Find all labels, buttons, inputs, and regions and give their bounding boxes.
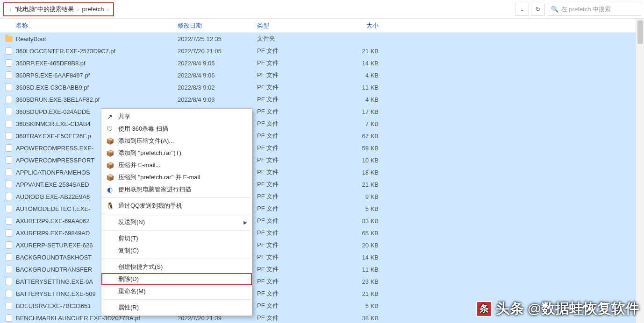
file-size: 67 KB <box>332 133 383 140</box>
file-type: PF 文件 <box>257 168 332 176</box>
menu-delete[interactable]: 删除(D) <box>101 273 252 285</box>
file-date: 2022/8/4 9:06 <box>178 72 257 79</box>
chevron-right-icon: › <box>106 7 111 12</box>
file-type: PF 文件 <box>257 289 332 298</box>
folder-icon <box>5 35 13 43</box>
file-date: 2022/7/25 12:35 <box>178 35 257 42</box>
file-icon <box>5 59 13 67</box>
menu-compress-prefetch-email[interactable]: 📦 压缩到 "prefetch.rar" 并 E-mail <box>101 171 252 183</box>
file-date: 2022/8/3 9:02 <box>178 84 257 91</box>
file-size: 4 KB <box>332 96 383 103</box>
file-type: PF 文件 <box>257 156 332 164</box>
watermark-logo-icon: 条 <box>476 301 492 317</box>
menu-send-to[interactable]: 发送到(N) ▶ <box>101 216 252 228</box>
scrollbar-thumb[interactable] <box>637 21 643 44</box>
table-row[interactable]: 360RPS.EXE-6AAF8497.pf2022/8/4 9:06PF 文件… <box>0 69 644 81</box>
menu-cut[interactable]: 剪切(T) <box>101 232 252 245</box>
column-header-size[interactable]: 大小 <box>332 21 383 30</box>
file-size: 5 KB <box>332 302 383 309</box>
context-menu: ↗ 共享 🛡 使用 360杀毒 扫描 📦 添加到压缩文件(A)... 📦 添加到… <box>101 108 252 316</box>
menu-rename[interactable]: 重命名(M) <box>101 285 252 297</box>
column-header-type[interactable]: 类型 <box>257 21 332 30</box>
breadcrumb-seg1[interactable]: "此电脑"中的搜索结果 <box>15 5 74 14</box>
table-row[interactable]: 360SD.EXE-C3CBABB9.pf2022/8/3 9:02PF 文件1… <box>0 81 644 93</box>
table-row[interactable]: AXURERP9.EXE-69AA062PF 文件83 KB <box>0 215 644 227</box>
file-icon <box>5 289 13 298</box>
refresh-button[interactable]: ↻ <box>531 3 545 16</box>
file-icon <box>5 229 13 237</box>
menu-properties[interactable]: 属性(R) <box>101 302 252 314</box>
table-row[interactable]: AXURERP-SETUP.EXE-626PF 文件20 KB <box>0 239 644 251</box>
file-size: 38 KB <box>332 315 383 322</box>
file-size: 4 KB <box>332 72 383 79</box>
table-row[interactable]: BATTERYSETTING.EXE-509PF 文件21 KB <box>0 288 644 300</box>
file-type: PF 文件 <box>257 132 332 140</box>
archive-icon: 📦 <box>105 148 114 158</box>
file-size: 10 KB <box>332 157 383 164</box>
search-input[interactable]: 🔍 在 prefetch 中搜索 <box>548 3 641 16</box>
history-dropdown-button[interactable]: ⌄ <box>515 3 529 16</box>
menu-add-archive[interactable]: 📦 添加到压缩文件(A)... <box>101 135 252 147</box>
column-header-date[interactable]: 修改日期 <box>178 21 257 30</box>
menu-scan-360[interactable]: 🛡 使用 360杀毒 扫描 <box>101 123 252 135</box>
chevron-right-icon: ▶ <box>243 220 247 225</box>
file-icon <box>5 144 13 152</box>
table-row[interactable]: APPLICATIONFRAMEHOSPF 文件18 KB <box>0 166 644 178</box>
chevron-right-icon: › <box>8 7 13 12</box>
menu-compress-email[interactable]: 📦 压缩并 E-mail... <box>101 159 252 171</box>
file-icon <box>5 241 13 249</box>
share-icon: ↗ <box>105 112 114 121</box>
table-row[interactable]: AUDIODG.EXE-AB22E9A6PF 文件9 KB <box>0 190 644 203</box>
file-type: PF 文件 <box>257 265 332 274</box>
file-icon <box>5 204 13 213</box>
menu-copy[interactable]: 复制(C) <box>101 245 252 257</box>
menu-qq-send[interactable]: 🐧 通过QQ发送到我的手机 <box>101 200 252 212</box>
table-row[interactable]: BATTERYSETTING.EXE-9APF 文件23 KB <box>0 275 644 288</box>
table-row[interactable]: 360TRAY.EXE-F5CEF26F.pPF 文件67 KB <box>0 130 644 142</box>
table-row[interactable]: AXURERP9.EXE-59849ADPF 文件65 KB <box>0 227 644 239</box>
table-row[interactable]: 360SKINMGR.EXE-CDAB4PF 文件7 KB <box>0 118 644 130</box>
table-row[interactable]: APOWERCOMPRESS.EXE-PF 文件59 KB <box>0 142 644 154</box>
file-type: PF 文件 <box>257 119 332 128</box>
archive-icon: 📦 <box>105 136 114 146</box>
file-name: 360RPS.EXE-6AAF8497.pf <box>16 72 178 79</box>
menu-lenovo-scan[interactable]: ◐ 使用联想电脑管家进行扫描 <box>101 183 252 196</box>
menu-create-shortcut[interactable]: 创建快捷方式(S) <box>101 261 252 273</box>
file-type: PF 文件 <box>257 83 332 91</box>
file-type: PF 文件 <box>257 302 332 310</box>
menu-share[interactable]: ↗ 共享 <box>101 111 252 123</box>
file-icon <box>5 168 13 176</box>
table-row[interactable]: BACKGROUNDTRANSFERPF 文件11 KB <box>0 263 644 275</box>
table-row[interactable]: BACKGROUNDTASKHOSTPF 文件14 KB <box>0 251 644 263</box>
shield-icon: 🛡 <box>105 124 114 133</box>
table-row[interactable]: AUTOMODEDETECT.EXE-PF 文件5 KB <box>0 203 644 215</box>
file-type: PF 文件 <box>257 59 332 67</box>
file-size: 5 KB <box>332 205 383 212</box>
watermark: 条 头条 @数据蛙恢复软件 <box>476 299 639 318</box>
table-row[interactable]: APPVANT.EXE-2534SAEDPF 文件21 KB <box>0 178 644 190</box>
column-header-name[interactable]: 名称 <box>5 21 178 30</box>
table-row[interactable]: 360RP.EXE-465DF8B8.pf2022/8/4 9:06PF 文件1… <box>0 57 644 69</box>
table-row[interactable]: APOWERCOMPRESSPORTPF 文件10 KB <box>0 154 644 166</box>
file-name: 360SD.EXE-C3CBABB9.pf <box>16 84 178 91</box>
table-row[interactable]: ReadyBoot2022/7/25 12:35文件夹 <box>0 33 644 45</box>
file-icon <box>5 107 13 116</box>
blank-icon <box>105 234 114 243</box>
menu-add-prefetch-rar[interactable]: 📦 添加到 "prefetch.rar"(T) <box>101 147 252 159</box>
table-row[interactable]: 360SDUPD.EXE-024ADDEPF 文件17 KB <box>0 105 644 118</box>
blank-icon <box>105 274 114 284</box>
file-type: PF 文件 <box>257 107 332 116</box>
file-type: PF 文件 <box>257 253 332 261</box>
breadcrumb[interactable]: › "此电脑"中的搜索结果 › prefetch › <box>3 2 114 16</box>
breadcrumb-seg2[interactable]: prefetch <box>82 6 104 13</box>
table-row[interactable]: 360SDRUN.EXE-3BE1AF82.pf2022/8/4 9:03PF … <box>0 93 644 105</box>
table-row[interactable]: 360LOGCENTER.EXE-2573D9C7.pf2022/7/20 21… <box>0 45 644 57</box>
file-size: 59 KB <box>332 145 383 152</box>
file-size: 14 KB <box>332 254 383 261</box>
file-list: ReadyBoot2022/7/25 12:35文件夹360LOGCENTER.… <box>0 33 644 323</box>
vertical-scrollbar[interactable] <box>636 19 644 323</box>
file-size: 83 KB <box>332 218 383 225</box>
file-type: PF 文件 <box>257 277 332 286</box>
chevron-down-icon: ⌄ <box>520 6 524 13</box>
file-icon <box>5 192 13 201</box>
